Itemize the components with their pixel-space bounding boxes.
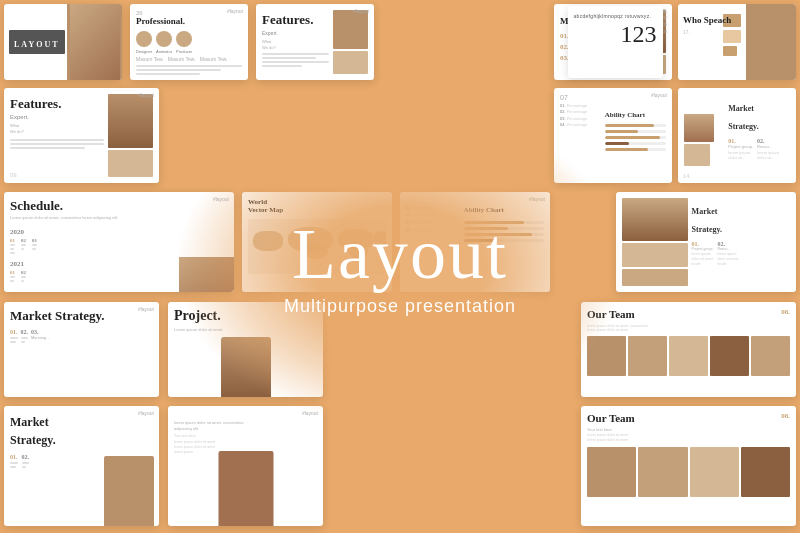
slide-title: Professional. [136, 16, 242, 27]
slide-tag: #layout [227, 8, 243, 14]
slide-who-speach: Who Speach 17. [678, 4, 796, 80]
slide-project: #layout Project. Lorem ipsum dolor sit a… [168, 302, 323, 397]
slide-our-team-top: Our Team 08. lorem ipsum dolor sit amet,… [581, 302, 796, 397]
slide-features-left: #layout Features. Expert. WhatWe do? [4, 88, 159, 183]
slide-features-top: #layout Features. Expert. WhatWe do? [256, 4, 374, 80]
slide-market-strategy-upper: MarketStrategy. 01. Project group.lorem … [678, 88, 796, 183]
slide-market-strategy-right: MarketStrategy. 01. Project group.lorem … [616, 192, 796, 292]
slide-ability-chart-upper: #layout 07 01. Percentage 02. Percentage… [554, 88, 672, 183]
slide-layout: LAYOUT [4, 4, 122, 80]
slide-schedule: #layout Schedule. Lorem ipsum dolor sit … [4, 192, 234, 292]
slide-lorem-person: #layout lorem ipsum dolor sit amet, cons… [168, 406, 323, 526]
slide-ability-chart-mid: #layout 01. Percentage 02. Percentage 03… [400, 192, 550, 292]
layout-title: LAYOUT [14, 40, 60, 49]
slide-market-strategy-bottom: #layout Market Strategy. 01. 02. 03. Man… [4, 302, 159, 397]
slide-world-map: WorldVector Map [242, 192, 392, 292]
slides-grid: LAYOUT #layout 26 Professional. Designer… [0, 0, 800, 533]
slide-professional: #layout 26 Professional. Designer Animat… [130, 4, 248, 80]
slide-market-strategy-tall: #layout MarketStrategy. 01. 02. [4, 406, 159, 526]
slide-our-team-bottom: Our Team 08. Your text here lorem ipsum … [581, 406, 796, 526]
